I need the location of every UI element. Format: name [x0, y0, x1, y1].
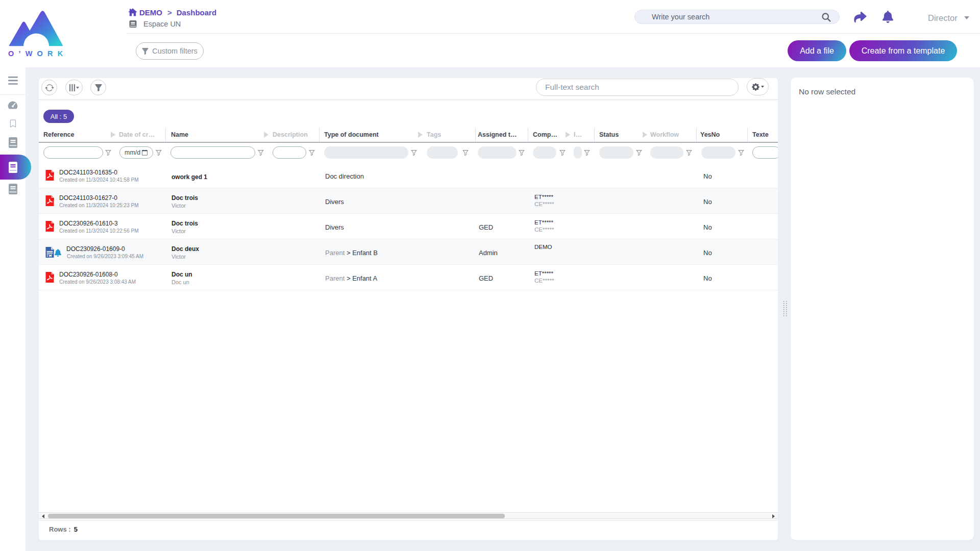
svg-text:O’WORK: O’WORK: [8, 49, 63, 57]
